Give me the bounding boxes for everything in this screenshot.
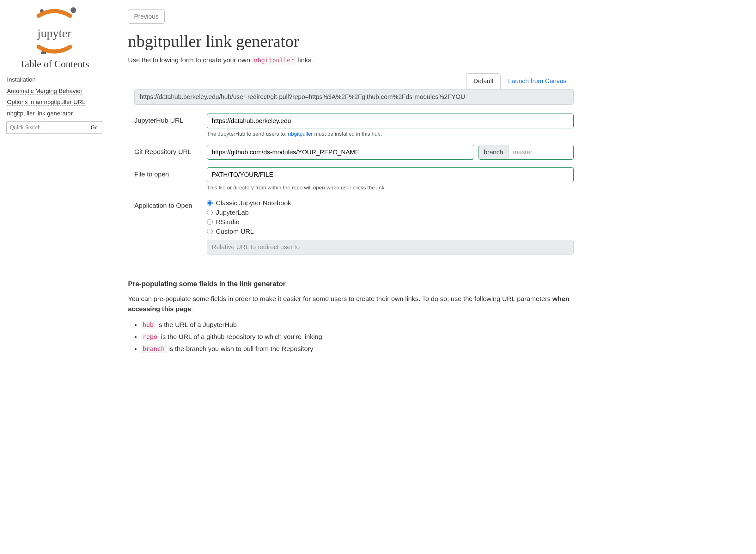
hub-url-input[interactable]: [207, 114, 574, 128]
intro-after: links.: [296, 56, 313, 64]
prepop-heading: Pre-populating some fields in the link g…: [128, 280, 574, 288]
nbgitpuller-link[interactable]: nbgitpuller: [288, 131, 313, 137]
form-row-hub: JupyterHub URL The JupyterHub to send us…: [134, 114, 574, 137]
file-help-text: This file or directory from within the r…: [207, 185, 574, 191]
search-input[interactable]: [7, 122, 86, 133]
tab-default[interactable]: Default: [466, 73, 501, 89]
form-panel: Default Launch from Canvas https://datah…: [134, 73, 574, 255]
toc-heading: Table of Contents: [3, 58, 106, 70]
page-title: nbgitpuller link generator: [128, 32, 574, 51]
branch-label: branch: [479, 145, 509, 159]
code-repo: repo: [141, 333, 159, 341]
list-item: hub is the URL of a JupyterHub: [141, 319, 574, 330]
branch-group: branch: [479, 145, 574, 160]
toc-list: Installation Automatic Merging Behavior …: [3, 75, 106, 118]
toc-link-options[interactable]: Options in an nbgitpuller URL: [7, 99, 85, 106]
intro-before: Use the following form to create your ow…: [128, 56, 252, 64]
branch-input[interactable]: [509, 145, 573, 159]
radio-jupyterlab-input[interactable]: [207, 210, 213, 215]
code-branch: branch: [141, 345, 167, 353]
svg-text:jupyter: jupyter: [37, 26, 71, 40]
main-content: Previous nbgitpuller link generator Use …: [109, 0, 583, 374]
radio-classic[interactable]: Classic Jupyter Notebook: [207, 199, 574, 207]
form-row-repo: Git Repository URL branch: [134, 145, 574, 160]
prepop-list: hub is the URL of a JupyterHub repo is t…: [128, 319, 574, 354]
radio-rstudio-input[interactable]: [207, 219, 213, 225]
radio-jupyterlab-label: JupyterLab: [216, 209, 249, 216]
intro-text: Use the following form to create your ow…: [128, 56, 574, 64]
prepop-text: You can pre-populate some fields in orde…: [128, 294, 574, 314]
repo-label: Git Repository URL: [134, 145, 207, 156]
hub-help-text: The JupyterHub to send users to. nbgitpu…: [207, 131, 574, 137]
form-row-app: Application to Open Classic Jupyter Note…: [134, 199, 574, 255]
list-item: repo is the URL of a github repository t…: [141, 331, 574, 342]
toc-link-merging[interactable]: Automatic Merging Behavior: [7, 88, 82, 95]
jupyter-logo-icon: jupyter: [24, 6, 84, 54]
radio-custom-input[interactable]: [207, 229, 213, 234]
radio-rstudio[interactable]: RStudio: [207, 218, 574, 226]
sidebar: jupyter Table of Contents Installation A…: [0, 0, 109, 374]
code-hub: hub: [141, 321, 155, 329]
jupyter-logo: jupyter: [3, 5, 106, 58]
radio-custom[interactable]: Custom URL: [207, 228, 574, 235]
file-label: File to open: [134, 167, 207, 178]
app-radio-list: Classic Jupyter Notebook JupyterLab RStu…: [207, 199, 574, 255]
radio-rstudio-label: RStudio: [216, 218, 240, 226]
tabs: Default Launch from Canvas: [134, 73, 574, 89]
radio-classic-label: Classic Jupyter Notebook: [216, 199, 291, 207]
list-item: branch is the branch you wish to pull fr…: [141, 343, 574, 354]
toc-link-generator[interactable]: nbgitpuller link generator: [7, 110, 73, 117]
tab-launch-canvas[interactable]: Launch from Canvas: [501, 73, 574, 89]
radio-jupyterlab[interactable]: JupyterLab: [207, 209, 574, 216]
svg-point-1: [70, 7, 76, 13]
search-form: Go: [6, 121, 103, 134]
intro-code: nbgitpuller: [252, 56, 296, 64]
toc-link-installation[interactable]: Installation: [7, 76, 36, 83]
repo-url-input[interactable]: [207, 145, 474, 160]
custom-url-input: [207, 240, 574, 255]
radio-classic-input[interactable]: [207, 200, 213, 206]
generated-url-output[interactable]: https://datahub.berkeley.edu/hub/user-re…: [134, 89, 574, 105]
file-input[interactable]: [207, 167, 574, 182]
radio-custom-label: Custom URL: [216, 228, 254, 235]
hub-label: JupyterHub URL: [134, 114, 207, 124]
search-go-button[interactable]: Go: [86, 122, 102, 133]
form-row-file: File to open This file or directory from…: [134, 167, 574, 191]
previous-button[interactable]: Previous: [128, 9, 165, 24]
app-label: Application to Open: [134, 199, 207, 209]
